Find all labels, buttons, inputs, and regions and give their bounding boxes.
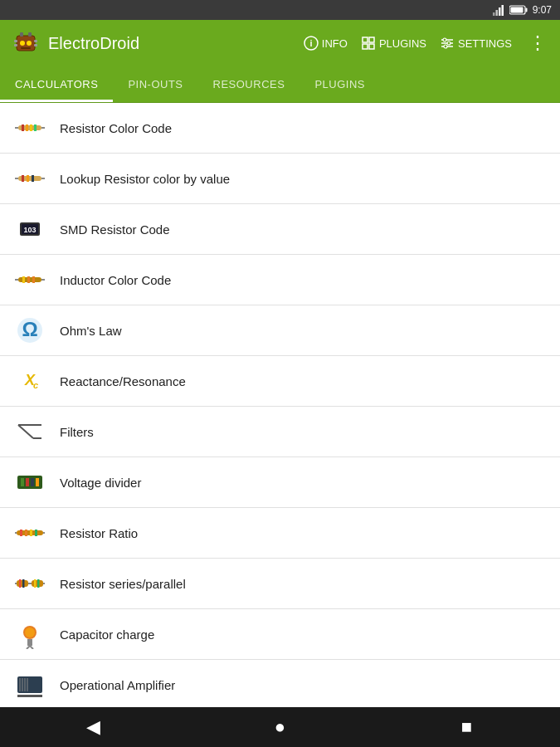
resistor-series-icon xyxy=(13,567,46,600)
battery-icon xyxy=(509,5,528,15)
tab-plugins[interactable]: PLUGINS xyxy=(299,66,380,102)
app-toolbar: ElectroDroid i INFO PLUGINS xyxy=(0,20,560,66)
svg-text:c: c xyxy=(33,380,38,390)
list-item-op-amp[interactable]: Operational Amplifier xyxy=(0,660,560,707)
svg-rect-3 xyxy=(501,5,504,16)
item-label-resistor-ratio: Resistor Ratio xyxy=(60,526,138,540)
settings-button[interactable]: SETTINGS xyxy=(440,36,512,51)
svg-point-27 xyxy=(447,42,450,45)
svg-rect-61 xyxy=(31,478,34,486)
list-item-resistor-ratio[interactable]: Resistor Ratio xyxy=(0,508,560,559)
svg-rect-46 xyxy=(22,276,25,283)
app-logo: ElectroDroid xyxy=(10,27,304,59)
svg-rect-16 xyxy=(21,47,31,49)
home-button[interactable]: ● xyxy=(256,710,305,744)
info-icon: i xyxy=(304,36,319,51)
list-item-resistor-series[interactable]: Resistor series/parallel xyxy=(0,559,560,609)
svg-text:103: 103 xyxy=(23,226,36,234)
svg-rect-22 xyxy=(369,44,374,49)
svg-rect-71 xyxy=(19,579,22,588)
voltage-divider-icon xyxy=(13,466,46,499)
item-label-capacitor-charge: Capacitor charge xyxy=(60,627,154,642)
list-item-smd-resistor[interactable]: 103 SMD Resistor Code xyxy=(0,204,560,255)
svg-rect-1 xyxy=(495,10,498,16)
tab-resources[interactable]: RESOURCES xyxy=(198,66,300,102)
calculator-list: Resistor Color Code Lookup Resistor colo… xyxy=(0,103,560,707)
bottom-navigation: ◀ ● ■ xyxy=(0,707,560,747)
svg-rect-39 xyxy=(32,175,34,182)
svg-rect-13 xyxy=(34,44,37,46)
toolbar-actions: i INFO PLUGINS SETTINGS ⋮ xyxy=(304,32,550,54)
tab-bar: CALCULATORS PIN-OUTS RESOURCES PLUGINS xyxy=(0,66,560,103)
svg-rect-6 xyxy=(510,7,523,13)
item-label-lookup-resistor: Lookup Resistor color by value xyxy=(60,172,230,186)
tab-pin-outs[interactable]: PIN-OUTS xyxy=(113,66,197,102)
list-item-filters[interactable]: Filters xyxy=(0,407,560,457)
tab-calculators[interactable]: CALCULATORS xyxy=(0,66,113,102)
svg-rect-19 xyxy=(363,37,368,42)
resistor-lookup-icon xyxy=(13,162,46,195)
svg-point-26 xyxy=(443,38,446,42)
svg-rect-74 xyxy=(34,579,37,588)
more-options-button[interactable]: ⋮ xyxy=(525,32,550,54)
list-item-reactance[interactable]: X c Reactance/Resonance xyxy=(0,356,560,407)
resistor-ratio-icon xyxy=(13,516,46,549)
op-amp-icon xyxy=(13,668,46,701)
filter-icon xyxy=(13,415,46,448)
list-item-lookup-resistor[interactable]: Lookup Resistor color by value xyxy=(0,154,560,204)
recent-button[interactable]: ■ xyxy=(442,710,492,744)
resistor-color-icon xyxy=(13,111,46,144)
capacitor-icon xyxy=(13,618,46,651)
svg-rect-10 xyxy=(14,40,17,42)
svg-rect-65 xyxy=(25,530,27,536)
app-logo-icon xyxy=(10,27,41,59)
list-item-resistor-color-code[interactable]: Resistor Color Code xyxy=(0,103,560,154)
svg-point-14 xyxy=(20,41,25,46)
svg-rect-32 xyxy=(30,124,32,131)
item-label-inductor-color: Inductor Color Code xyxy=(60,273,171,287)
svg-text:Ω: Ω xyxy=(22,318,37,340)
item-label-resistor-color-code: Resistor Color Code xyxy=(60,121,172,135)
item-label-filters: Filters xyxy=(60,425,94,439)
signal-icon xyxy=(493,4,504,16)
inductor-icon xyxy=(13,263,46,296)
list-item-capacitor-charge[interactable]: Capacitor charge xyxy=(0,609,560,660)
svg-rect-21 xyxy=(363,44,368,49)
svg-rect-67 xyxy=(35,530,37,536)
svg-rect-47 xyxy=(27,276,30,283)
svg-rect-2 xyxy=(499,7,501,16)
svg-rect-66 xyxy=(30,530,32,536)
svg-rect-48 xyxy=(32,276,35,283)
omega-icon: Ω xyxy=(13,314,46,347)
svg-rect-84 xyxy=(17,676,42,693)
svg-point-28 xyxy=(444,45,447,48)
xc-icon: X c xyxy=(13,364,46,398)
list-item-voltage-divider[interactable]: Voltage divider xyxy=(0,457,560,508)
svg-text:i: i xyxy=(309,38,312,48)
item-label-op-amp: Operational Amplifier xyxy=(60,678,175,692)
list-item-ohms-law[interactable]: Ω Ohm's Law xyxy=(0,305,560,356)
svg-rect-59 xyxy=(21,478,24,486)
back-button[interactable]: ◀ xyxy=(69,710,119,744)
svg-point-15 xyxy=(27,41,32,46)
info-button[interactable]: i INFO xyxy=(304,36,348,51)
plugins-button[interactable]: PLUGINS xyxy=(361,36,426,51)
smd-icon: 103 xyxy=(13,212,46,246)
time-display: 9:07 xyxy=(533,4,552,16)
item-label-smd-resistor: SMD Resistor Code xyxy=(60,222,170,237)
item-label-voltage-divider: Voltage divider xyxy=(60,476,141,490)
settings-icon xyxy=(440,36,455,51)
svg-rect-20 xyxy=(369,37,374,42)
svg-rect-5 xyxy=(525,8,527,12)
app-name: ElectroDroid xyxy=(48,34,139,53)
svg-rect-8 xyxy=(20,32,23,37)
list-item-inductor-color[interactable]: Inductor Color Code xyxy=(0,255,560,305)
svg-rect-89 xyxy=(17,695,42,697)
svg-line-82 xyxy=(27,646,30,649)
svg-rect-33 xyxy=(34,124,37,131)
status-bar: 9:07 xyxy=(0,0,560,20)
svg-line-56 xyxy=(18,425,33,438)
item-label-resistor-series: Resistor series/parallel xyxy=(60,577,186,591)
svg-rect-81 xyxy=(27,639,32,646)
svg-line-83 xyxy=(30,646,33,649)
